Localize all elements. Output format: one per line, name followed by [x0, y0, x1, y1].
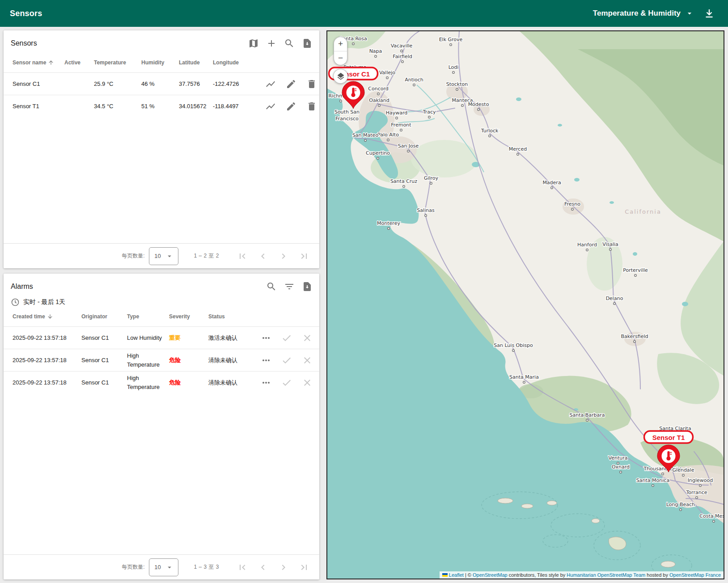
last-page-button[interactable]: [295, 558, 313, 576]
attribution-link[interactable]: OpenStreetMap France: [669, 572, 721, 578]
col-type[interactable]: Type: [127, 313, 169, 320]
filter-alarms-button[interactable]: [281, 278, 298, 295]
toggle-map-button[interactable]: [245, 35, 262, 52]
city-dot: [713, 520, 715, 523]
first-page-button[interactable]: [233, 558, 251, 576]
alarm-details-icon: [261, 377, 271, 388]
city-dot: [377, 93, 380, 95]
alarm-details-button[interactable]: [258, 374, 275, 391]
search-alarms-button[interactable]: [263, 278, 280, 295]
col-severity[interactable]: Severity: [169, 313, 208, 320]
alarm-row[interactable]: 2025-09-22 13:57:18Sensor C1Low Humidity…: [4, 326, 319, 349]
ack-alarm-button[interactable]: [278, 352, 295, 369]
app-header: Sensors Temperature & Humidity: [0, 0, 728, 27]
clear-alarm-button[interactable]: [299, 374, 316, 391]
ack-alarm-button[interactable]: [278, 330, 295, 346]
col-latitude[interactable]: Latitude: [179, 59, 213, 66]
alarm-originator: Sensor C1: [81, 357, 127, 363]
city-dot: [586, 419, 588, 422]
clear-alarm-button[interactable]: [299, 330, 316, 346]
alarm-details-button[interactable]: [258, 352, 275, 369]
col-originator[interactable]: Originator: [81, 313, 127, 320]
city-dot: [450, 44, 452, 46]
city-label: Long Beach: [666, 502, 695, 507]
edit-sensor-button[interactable]: [283, 98, 300, 115]
col-humidity[interactable]: Humidity: [141, 59, 179, 66]
delete-sensor-button[interactable]: [303, 76, 319, 93]
alarm-row[interactable]: 2025-09-22 13:57:18Sensor C1High Tempera…: [4, 349, 319, 371]
alarm-severity: 危险: [169, 379, 208, 387]
last-page-button[interactable]: [295, 247, 313, 265]
dashboard-state-selector[interactable]: Temperature & Humidity: [593, 9, 694, 18]
alarm-created-time: 2025-09-22 13:57:18: [13, 357, 81, 363]
page-size-select[interactable]: 10: [149, 558, 178, 576]
select-caret-icon: [165, 563, 174, 571]
sensor-latitude: 34.015672: [179, 103, 213, 110]
city-dot: [352, 43, 355, 45]
attribution-link[interactable]: OpenStreetMap: [473, 572, 508, 578]
city-label: Porterville: [623, 267, 648, 273]
col-active[interactable]: Active: [64, 59, 94, 66]
first-page-button[interactable]: [233, 247, 251, 265]
alarm-created-time: 2025-09-22 13:57:18: [13, 334, 81, 341]
export-table-button[interactable]: [299, 35, 316, 52]
city-label: Francisco: [335, 116, 359, 122]
prev-page-button[interactable]: [254, 558, 272, 576]
city-label: Oakland: [369, 97, 389, 103]
next-page-button[interactable]: [275, 558, 292, 576]
alarm-status: 清除未确认: [208, 356, 258, 364]
add-sensor-button[interactable]: [263, 35, 280, 52]
city-dot: [620, 471, 622, 473]
city-label: Hayward: [386, 110, 408, 116]
city-label: Elk Grove: [439, 37, 463, 42]
clear-alarm-button[interactable]: [299, 352, 316, 369]
city-label: Fresno: [564, 201, 580, 207]
search-icon: [284, 38, 295, 49]
city-dot: [425, 215, 427, 217]
sensor-row[interactable]: Sensor T134.5 °C51 %34.015672-118.4497: [4, 95, 319, 117]
city-label: Visalia: [602, 241, 618, 247]
alarms-time-window[interactable]: 实时 - 最后 1天: [4, 296, 319, 307]
col-created-time[interactable]: Created time: [13, 313, 81, 320]
col-status[interactable]: Status: [208, 313, 258, 320]
edit-sensor-button[interactable]: [283, 76, 300, 93]
leaflet-map[interactable]: Santa RosaElk GroveVacavilleNapaFairfiel…: [327, 31, 724, 579]
sensor-temperature: 34.5 °C: [94, 103, 141, 110]
city-label: Santa Cruz: [390, 178, 417, 184]
attribution-text: hosted by: [645, 572, 669, 578]
city-dot: [652, 485, 654, 487]
timeseries-chart-button[interactable]: [262, 76, 279, 93]
chevron-right-icon: [278, 251, 289, 262]
search-sensors-button[interactable]: [281, 35, 298, 52]
alarm-details-button[interactable]: [258, 330, 275, 346]
col-temperature[interactable]: Temperature: [94, 59, 141, 66]
prev-page-button[interactable]: [254, 247, 272, 265]
sort-desc-icon: [47, 313, 53, 320]
export-alarms-button[interactable]: [299, 278, 316, 295]
city-label: Cupertino: [366, 150, 390, 156]
sensor-row[interactable]: Sensor C125.9 °C46 %37.7576-122.4726: [4, 72, 319, 95]
state-label: California: [625, 208, 661, 215]
city-label: Gilroy: [424, 175, 439, 181]
zoom-in-button[interactable]: +: [334, 37, 347, 51]
map-panel[interactable]: Santa RosaElk GroveVacavilleNapaFairfiel…: [326, 30, 724, 579]
zoom-out-button[interactable]: −: [334, 51, 347, 65]
attribution-link[interactable]: Leaflet: [449, 572, 464, 578]
export-dashboard-button[interactable]: [700, 4, 718, 22]
map-layers-button[interactable]: [333, 69, 348, 84]
timeseries-chart-button[interactable]: [262, 98, 279, 115]
ack-alarm-button[interactable]: [278, 374, 295, 391]
col-longitude[interactable]: Longitude: [213, 59, 262, 66]
next-page-button[interactable]: [275, 247, 292, 265]
city-dot: [662, 473, 664, 475]
attribution-link[interactable]: Humanitarian OpenStreetMap Team: [567, 572, 645, 578]
page-size-select[interactable]: 10: [149, 247, 178, 265]
delete-sensor-button[interactable]: [303, 98, 319, 115]
city-dot: [340, 100, 342, 102]
col-sensor-name[interactable]: Sensor name: [13, 59, 64, 66]
alarm-row[interactable]: 2025-09-22 13:57:18Sensor C1High Tempera…: [4, 371, 319, 393]
alarm-created-time: 2025-09-22 13:57:18: [13, 379, 81, 386]
city-label: Torrance: [686, 490, 707, 495]
city-dot: [430, 182, 432, 185]
city-label: San Jose: [398, 143, 419, 149]
